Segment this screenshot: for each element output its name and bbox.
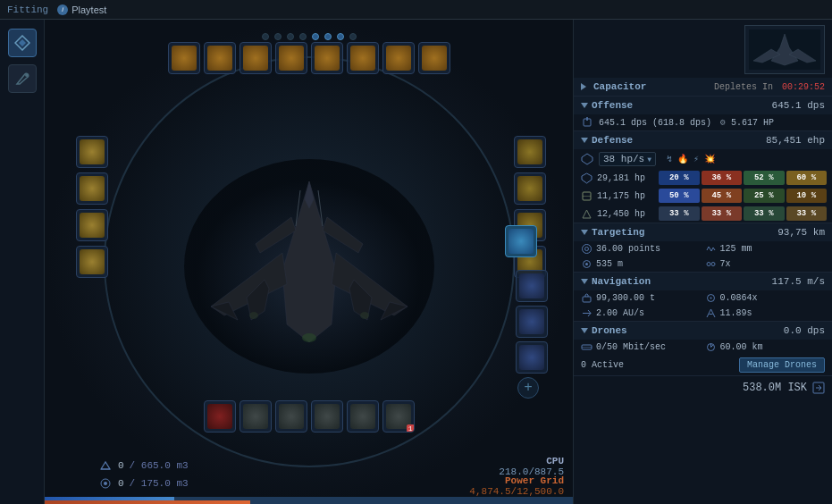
cargo-stats: 0 / 665.0 m3 xyxy=(98,458,189,473)
special-module[interactable] xyxy=(505,225,537,257)
armor-row: 11,175 hp 50 % 45 % 25 % 10 % xyxy=(574,187,832,205)
export-icon[interactable] xyxy=(812,382,825,394)
add-subsystem[interactable]: + xyxy=(517,377,539,399)
drone-slot-1[interactable] xyxy=(204,400,236,433)
arc-dot-8 xyxy=(349,33,357,40)
drones-range: 60.00 km xyxy=(720,342,763,352)
rig-slot-3[interactable] xyxy=(516,341,548,374)
drones-manage-row: 0 Active Manage Drones xyxy=(574,355,832,375)
high-slot-7[interactable] xyxy=(382,42,415,74)
navigation-header[interactable]: Navigation 117.5 m/s xyxy=(574,273,832,290)
cargo2-label: / 175.0 m3 xyxy=(130,478,189,489)
defense-section: Defense 85,451 ehp 38 hp/s ▼ ↯ 🔥 ⚡ 💥 xyxy=(574,131,832,223)
drone-slot-3[interactable] xyxy=(275,400,307,433)
targeting-label: Targeting xyxy=(592,227,644,238)
defense-header[interactable]: Defense 85,451 ehp xyxy=(574,131,832,149)
manage-drones-button[interactable]: Manage Drones xyxy=(739,357,825,373)
mass-icon xyxy=(581,292,592,304)
defense-ehp: 85,451 ehp xyxy=(766,135,825,146)
high-slot-8[interactable] xyxy=(418,42,450,74)
offense-header[interactable]: Offense 645.1 dps xyxy=(574,97,832,114)
cargo1-label: / 665.0 m3 xyxy=(130,460,189,471)
pg-progress-track xyxy=(45,500,573,504)
mid-slot-2[interactable] xyxy=(76,172,108,205)
drone-icon xyxy=(98,476,113,491)
svg-point-19 xyxy=(585,248,589,251)
high-slot-6[interactable] xyxy=(347,42,379,74)
fitting-tab-icon[interactable] xyxy=(8,29,37,57)
targeting-row2: 535 m 7x xyxy=(574,256,832,272)
high-slot-2[interactable] xyxy=(204,42,236,74)
arc-dot-4 xyxy=(299,33,307,40)
drones-dps: 0.0 dps xyxy=(784,325,825,336)
shield-em-bar: 20 % xyxy=(659,171,700,185)
high-slot-3[interactable] xyxy=(240,42,272,74)
drones-label: Drones xyxy=(592,325,627,336)
svg-point-22 xyxy=(707,263,710,266)
nav-row2: 2.00 AU/s 11.89s xyxy=(574,306,832,321)
shield-icon xyxy=(579,171,593,185)
rig-slot-2[interactable] xyxy=(516,306,548,338)
drone-slot-5[interactable] xyxy=(347,400,379,433)
high-slot-5[interactable] xyxy=(311,42,343,74)
armor-exp-bar: 10 % xyxy=(786,189,828,203)
turret-icon xyxy=(581,116,593,129)
wrench-tab-icon[interactable] xyxy=(8,64,37,93)
cap-depletes-value: Depletes In 00:29:52 xyxy=(714,82,825,92)
thumb-ship xyxy=(749,29,820,70)
capacitor-section: Capacitor Depletes In 00:29:52 xyxy=(574,78,832,97)
speed-dropdown-arrow: ▼ xyxy=(647,155,651,164)
high-slot-1[interactable] xyxy=(168,42,200,74)
mid-slot-4[interactable] xyxy=(76,246,108,278)
shield-res-bars: 20 % 36 % 52 % 60 % xyxy=(659,171,827,185)
mid-slot-1[interactable] xyxy=(76,136,108,168)
drones-header[interactable]: Drones 0.0 dps xyxy=(574,322,832,340)
rig-slots xyxy=(516,270,548,374)
nav-collapse-icon xyxy=(581,279,588,284)
defense-collapse-icon xyxy=(581,138,588,143)
targeting-header[interactable]: Targeting 93,75 km xyxy=(574,223,832,241)
targeting-collapse-icon xyxy=(581,230,588,235)
svg-point-8 xyxy=(360,312,369,319)
navigation-section: Navigation 117.5 m/s 99,300.00 t 0.0864x… xyxy=(574,273,832,322)
cap-collapse-icon xyxy=(581,83,590,90)
offense-section: Offense 645.1 dps 645.1 dps (618.8 dps) … xyxy=(574,97,832,131)
armor-hp: 11,175 hp xyxy=(597,191,655,201)
drone-slot-2[interactable] xyxy=(240,400,272,433)
nav-mass: 99,300.00 t xyxy=(596,293,655,303)
drones-section: Drones 0.0 dps 0/50 Mbit/sec 60.00 km 0 … xyxy=(574,322,832,376)
drone-slot-4[interactable] xyxy=(311,400,343,433)
low-slot-1[interactable] xyxy=(514,136,546,168)
svg-marker-17 xyxy=(583,210,591,218)
mid-slots-left xyxy=(76,136,108,278)
nav-agility: 0.0864x xyxy=(720,293,758,303)
armor-therm-bar: 45 % xyxy=(702,189,743,203)
capacitor-header[interactable]: Capacitor Depletes In 00:29:52 xyxy=(574,78,832,96)
hull-icon xyxy=(579,206,593,221)
cpu-label: CPU xyxy=(499,456,564,466)
drones-active: 0 Active xyxy=(581,360,624,370)
svg-point-23 xyxy=(711,263,715,266)
rig-slot-1[interactable] xyxy=(516,270,548,302)
isk-row: 538.0M ISK xyxy=(574,376,832,399)
drone-slot-6[interactable]: 1 xyxy=(382,400,415,433)
shield-exp-bar: 60 % xyxy=(786,171,828,185)
nav-label: Navigation xyxy=(592,276,651,287)
mid-slot-3[interactable] xyxy=(76,209,108,241)
high-slot-4[interactable] xyxy=(275,42,307,74)
playtest-tab[interactable]: i Playtest xyxy=(57,4,106,15)
sig-icon xyxy=(705,243,717,255)
target-locked: 7x xyxy=(720,259,731,269)
bandwidth-icon xyxy=(581,341,592,353)
armor-res-bars: 50 % 45 % 25 % 10 % xyxy=(659,189,827,203)
warp-icon xyxy=(581,307,592,319)
svg-point-7 xyxy=(249,312,258,319)
offense-label: Offense xyxy=(592,100,633,111)
speed-dropdown[interactable]: 38 hp/s ▼ xyxy=(599,152,656,166)
svg-point-2 xyxy=(25,73,29,77)
nav-align: 11.89s xyxy=(720,308,752,318)
hull-res-bars: 33 % 33 % 33 % 33 % xyxy=(659,206,827,221)
drones-bandwidth: 0/50 Mbit/sec xyxy=(596,342,666,352)
low-slot-2[interactable] xyxy=(514,172,546,205)
em-type-icon: ↯ xyxy=(667,154,672,164)
